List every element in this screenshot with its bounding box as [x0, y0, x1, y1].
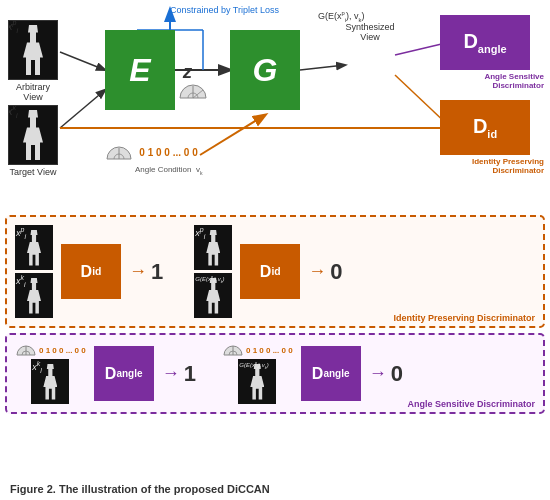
generator-box: G [230, 30, 300, 110]
angle-condition-label: Angle Condition vk [135, 165, 203, 174]
xk-label: xki [8, 105, 18, 120]
input-image-xk: xki Target View [8, 105, 58, 177]
d-angle-small-right: Dangle [301, 346, 361, 401]
right-condition-purple: 0 1 0 0 ... 0 0 G(E(xpi),vk) [222, 343, 293, 404]
arbitrary-view-label: Arbitrary View [8, 82, 58, 102]
d-angle-small-left: Dangle [94, 346, 154, 401]
d-id-small-left: Did [61, 244, 121, 299]
d-id-label: Did [473, 115, 497, 140]
xp-label: xpi [8, 20, 18, 35]
encoder-box: E [105, 30, 175, 110]
protractor-icon [178, 82, 208, 103]
orange-panel-label: Identity Preserving Discriminator [393, 313, 535, 323]
mini-img-synth-right: G(E(xpi),vk) [194, 273, 232, 318]
result-1-purple: 1 [184, 361, 196, 387]
synthesized-view-label: Synthesized View [345, 22, 395, 42]
right-angle-text: 0 1 0 0 ... 0 0 [246, 346, 293, 355]
purple-panel-content: 0 1 0 0 ... 0 0 xkl Dangle → 1 [15, 343, 535, 404]
left-angle-text: 0 1 0 0 ... 0 0 [39, 346, 86, 355]
d-id-small-right: Did [240, 244, 300, 299]
result-0-orange: 0 [330, 259, 342, 285]
bottom-panels: xpi xki Did → 1 xpi [5, 215, 545, 414]
figure-caption: Figure 2. The illustration of the propos… [10, 483, 540, 495]
right-images-orange: xpi G(E(xpi),vk) [194, 225, 232, 318]
g-output-label: G(E(xpi), vk) [318, 10, 365, 23]
mini-img-xp: xpi [15, 225, 53, 270]
d-id-box: Did [440, 100, 530, 155]
triplet-text: Constrained by Triplet Loss [170, 5, 279, 15]
mini-img-xk: xki [15, 273, 53, 318]
mini-img-synth-purple: G(E(xpi),vk) [238, 359, 276, 404]
synthesized-image: Synthesized View [345, 20, 395, 42]
generator-label: G [253, 52, 278, 89]
d-angle-box: Dangle [440, 15, 530, 70]
result-left-orange: → 1 [129, 259, 163, 285]
result-right-orange: → 0 [308, 259, 342, 285]
identity-preserving-panel: xpi xki Did → 1 xpi [5, 215, 545, 328]
result-0-purple: 0 [391, 361, 403, 387]
result-right-purple: → 0 [369, 361, 403, 387]
angle-sensitive-disc-label: Angle Sensitive Discriminator [459, 72, 544, 90]
mini-img-xl: xkl [31, 359, 69, 404]
d-angle-label: Dangle [463, 30, 506, 55]
input-image-xp: xpi Arbitrary View [8, 20, 58, 102]
angle-condition: 0 1 0 0 ... 0 0 Angle Condition vk [105, 145, 203, 176]
main-diagram: Constrained by Triplet Loss xpi Arbitrar… [0, 0, 550, 210]
orange-panel-content: xpi xki Did → 1 xpi [15, 225, 535, 318]
mini-img-xp-right: xpi [194, 225, 232, 270]
z-label: z [183, 62, 192, 83]
result-1-orange: 1 [151, 259, 163, 285]
left-images-orange: xpi xki [15, 225, 53, 318]
purple-panel-label: Angle Sensitive Discriminator [407, 399, 535, 409]
identity-preserving-disc-label: Identity Preserving Discriminator [459, 157, 544, 175]
result-left-purple: → 1 [162, 361, 196, 387]
angle-sensitive-panel: 0 1 0 0 ... 0 0 xkl Dangle → 1 [5, 333, 545, 414]
left-condition-purple: 0 1 0 0 ... 0 0 xkl [15, 343, 86, 404]
angle-condition-text: 0 1 0 0 ... 0 0 [139, 147, 197, 158]
encoder-label: E [129, 52, 150, 89]
triplet-loss-label: Constrained by Triplet Loss [170, 5, 279, 15]
target-view-label: Target View [8, 167, 58, 177]
